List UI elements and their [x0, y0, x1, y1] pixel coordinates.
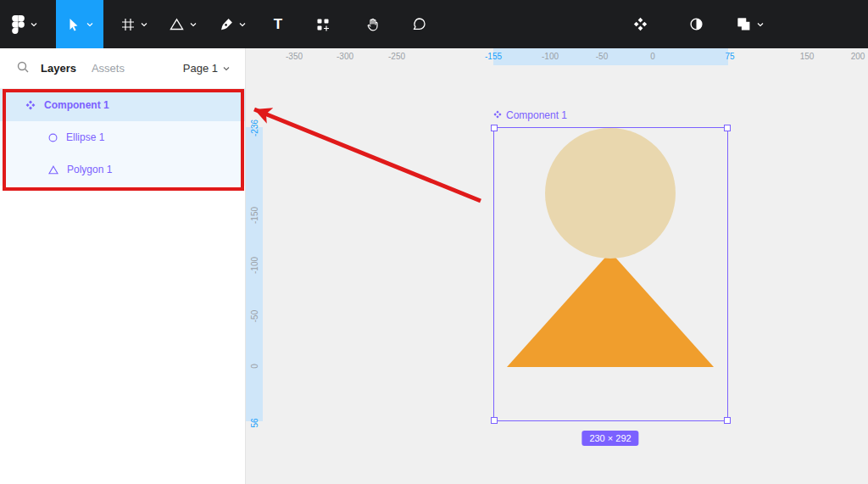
- polygon-icon: [48, 165, 58, 175]
- resources-tool-button[interactable]: [303, 0, 342, 48]
- triangle-shape-icon: [170, 18, 184, 31]
- chevron-down-icon: [31, 22, 37, 27]
- main-menu-button[interactable]: [0, 0, 49, 48]
- ruler-label-selection-end: 56: [250, 418, 259, 427]
- chevron-down-icon: [190, 22, 197, 27]
- ruler-label: -350: [286, 52, 303, 61]
- layer-row-component-1[interactable]: Component 1: [0, 89, 245, 121]
- page-selector[interactable]: Page 1: [183, 62, 230, 75]
- speech-bubble-icon: [412, 17, 426, 31]
- resize-handle-bottom-left[interactable]: [491, 417, 498, 424]
- create-component-button[interactable]: [620, 0, 659, 48]
- vertical-ruler-selection-highlight: [246, 127, 263, 421]
- component-icon: [25, 100, 36, 110]
- ruler-label: 150: [800, 52, 815, 61]
- toolbar-spacer: [437, 0, 620, 48]
- ruler-label-selection-end: 75: [725, 52, 734, 61]
- move-tool-button[interactable]: [56, 0, 103, 48]
- chevron-down-icon: [86, 22, 93, 27]
- panel-tabs: Layers Assets Page 1: [0, 48, 245, 89]
- selection-bounding-box[interactable]: [493, 127, 728, 421]
- ruler-label: -250: [388, 52, 405, 61]
- layer-name: Component 1: [44, 99, 109, 111]
- layer-name: Polygon 1: [67, 164, 112, 175]
- ruler-label: 0: [250, 364, 259, 369]
- pen-tool-button[interactable]: [212, 0, 253, 48]
- search-icon[interactable]: [17, 61, 29, 76]
- ruler-label-selection-start: -236: [250, 120, 259, 136]
- ruler-label: 200: [851, 52, 865, 61]
- ruler-label: -50: [250, 310, 259, 322]
- shape-tool-button[interactable]: [163, 0, 203, 48]
- page-selector-label: Page 1: [183, 62, 218, 75]
- tab-layers[interactable]: Layers: [41, 62, 76, 75]
- layer-row-polygon-1[interactable]: Polygon 1: [0, 153, 245, 186]
- hand-tool-button[interactable]: [354, 0, 392, 48]
- pen-nib-icon: [220, 18, 233, 31]
- ruler-label: -300: [337, 52, 353, 61]
- text-tool-icon: T: [274, 16, 282, 33]
- frame-hash-icon: [121, 18, 135, 31]
- hand-icon: [366, 18, 380, 31]
- chevron-down-icon: [239, 22, 246, 27]
- component-canvas-label[interactable]: Component 1: [493, 109, 567, 121]
- boolean-groups-button[interactable]: [726, 0, 775, 48]
- figma-logo-icon: [12, 15, 25, 34]
- component-diamonds-icon: [633, 17, 648, 31]
- use-as-mask-button[interactable]: [676, 0, 715, 48]
- chevron-down-icon: [223, 66, 230, 71]
- widgets-plus-icon: [316, 18, 330, 31]
- canvas[interactable]: -350 -300 -250 -155 -100 -50 0 75 150 20…: [246, 48, 868, 484]
- selection-size-badge: 230 × 292: [581, 431, 638, 446]
- layer-name: Ellipse 1: [66, 131, 104, 143]
- tab-assets[interactable]: Assets: [92, 62, 125, 75]
- ruler-label: -100: [542, 52, 559, 61]
- half-circle-mask-icon: [689, 17, 704, 31]
- resize-handle-top-left[interactable]: [491, 125, 498, 131]
- ruler-label: 0: [650, 52, 655, 61]
- text-tool-button[interactable]: T: [261, 0, 295, 48]
- ruler-label: -150: [250, 207, 259, 224]
- top-toolbar: T: [0, 0, 868, 48]
- layer-row-ellipse-1[interactable]: Ellipse 1: [0, 121, 245, 153]
- horizontal-ruler-selection-highlight: [493, 48, 728, 65]
- chevron-down-icon: [141, 22, 147, 27]
- component-icon: [493, 109, 502, 121]
- resize-handle-top-right[interactable]: [724, 125, 731, 131]
- overlapping-squares-icon: [737, 17, 751, 31]
- ruler-label-selection-start: -155: [485, 52, 502, 61]
- cursor-icon: [67, 18, 81, 31]
- layers-panel: Layers Assets Page 1 Component 1 Ellipse…: [0, 48, 246, 484]
- component-canvas-label-text: Component 1: [506, 109, 567, 121]
- ruler-label: -50: [596, 52, 608, 61]
- chevron-down-icon: [757, 22, 764, 27]
- frame-tool-button[interactable]: [114, 0, 154, 48]
- ellipse-icon: [48, 133, 58, 142]
- resize-handle-bottom-right[interactable]: [724, 417, 731, 424]
- ruler-label: -100: [250, 257, 259, 274]
- comment-tool-button[interactable]: [400, 0, 437, 48]
